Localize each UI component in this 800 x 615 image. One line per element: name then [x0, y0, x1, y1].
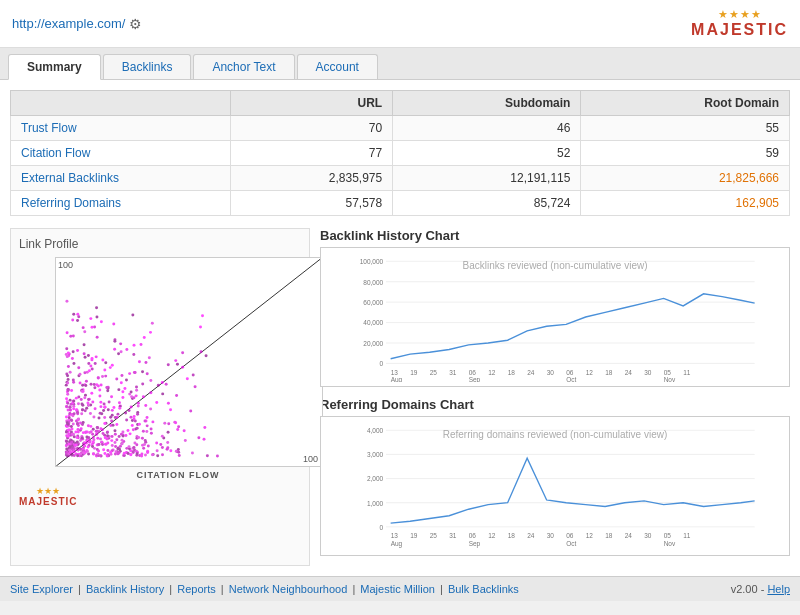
svg-point-151: [120, 350, 123, 353]
referring-chart-box: Referring domains reviewed (non-cumulati…: [320, 416, 790, 556]
tab-summary[interactable]: Summary: [8, 54, 101, 80]
svg-point-577: [83, 441, 86, 444]
svg-point-598: [119, 342, 122, 345]
svg-point-549: [116, 447, 119, 450]
svg-point-405: [175, 394, 178, 397]
svg-point-477: [104, 405, 107, 408]
svg-point-289: [101, 443, 104, 446]
svg-point-114: [136, 413, 139, 416]
svg-point-321: [78, 373, 81, 376]
svg-point-515: [67, 432, 70, 435]
tab-backlinks[interactable]: Backlinks: [103, 54, 192, 79]
scatter-svg: [56, 258, 322, 466]
svg-point-501: [128, 372, 131, 375]
backlink-chart-title: Backlink History Chart: [320, 228, 790, 243]
svg-point-431: [92, 428, 95, 431]
footer-sep-4: |: [352, 583, 358, 595]
svg-text:0: 0: [380, 524, 384, 531]
svg-point-538: [76, 428, 79, 431]
svg-point-367: [137, 404, 140, 407]
tab-account[interactable]: Account: [297, 54, 378, 79]
svg-point-333: [102, 409, 105, 412]
svg-point-393: [70, 419, 73, 422]
svg-point-510: [83, 330, 86, 333]
svg-text:20,000: 20,000: [363, 340, 383, 347]
svg-point-38: [65, 440, 68, 443]
footer-link-network[interactable]: Network Neighbourhood: [229, 583, 348, 595]
footer-link-million[interactable]: Majestic Million: [360, 583, 435, 595]
footer-link-reports[interactable]: Reports: [177, 583, 216, 595]
svg-point-402: [86, 450, 89, 453]
svg-point-238: [102, 448, 105, 451]
footer-link-site-explorer[interactable]: Site Explorer: [10, 583, 73, 595]
svg-text:25: 25: [430, 532, 438, 539]
svg-point-581: [65, 451, 68, 454]
svg-point-83: [121, 396, 124, 399]
svg-point-171: [110, 419, 113, 422]
svg-point-507: [123, 452, 126, 455]
footer: Site Explorer | Backlink History | Repor…: [0, 576, 800, 601]
col-header-url: URL: [231, 91, 393, 116]
stat-url-1: 77: [231, 141, 393, 166]
svg-point-476: [125, 419, 128, 422]
svg-point-98: [72, 362, 75, 365]
footer-help-link[interactable]: Help: [767, 583, 790, 595]
svg-point-395: [161, 392, 164, 395]
svg-point-162: [91, 326, 94, 329]
stat-root-3: 162,905: [581, 191, 790, 216]
svg-text:31: 31: [449, 532, 457, 539]
svg-point-69: [103, 402, 106, 405]
svg-point-548: [133, 415, 136, 418]
svg-point-505: [98, 443, 101, 446]
svg-text:1,000: 1,000: [367, 500, 384, 507]
svg-point-330: [167, 402, 170, 405]
svg-point-143: [104, 375, 107, 378]
svg-point-373: [149, 379, 152, 382]
svg-point-575: [127, 452, 130, 455]
svg-point-96: [205, 354, 208, 357]
svg-text:Aug: Aug: [391, 376, 403, 382]
gear-icon[interactable]: ⚙: [129, 16, 142, 32]
svg-point-503: [73, 450, 76, 453]
svg-point-194: [76, 313, 79, 316]
tab-bar: Summary Backlinks Anchor Text Account: [0, 48, 800, 80]
svg-point-374: [81, 384, 84, 387]
svg-point-586: [113, 340, 116, 343]
svg-point-497: [184, 439, 187, 442]
svg-point-546: [77, 396, 80, 399]
svg-point-464: [146, 372, 149, 375]
referring-chart-title: Referring Domains Chart: [320, 397, 790, 412]
svg-point-149: [106, 389, 109, 392]
svg-point-153: [112, 406, 115, 409]
svg-point-424: [73, 412, 76, 415]
svg-point-554: [71, 446, 74, 449]
col-header-subdomain: Subdomain: [393, 91, 581, 116]
stat-subdomain-0: 46: [393, 116, 581, 141]
svg-point-527: [130, 416, 133, 419]
svg-point-28: [85, 380, 88, 383]
stat-subdomain-3: 85,724: [393, 191, 581, 216]
svg-point-420: [67, 428, 70, 431]
svg-point-594: [106, 434, 109, 437]
footer-link-bulk[interactable]: Bulk Backlinks: [448, 583, 519, 595]
svg-point-42: [146, 416, 149, 419]
site-url[interactable]: http://example.com/ ⚙: [12, 16, 142, 32]
svg-text:13: 13: [391, 532, 399, 539]
svg-point-576: [186, 377, 189, 380]
svg-point-26: [65, 347, 68, 350]
footer-links: Site Explorer | Backlink History | Repor…: [10, 583, 519, 595]
tab-anchor-text[interactable]: Anchor Text: [193, 54, 294, 79]
charts-panel: Backlink History Chart Backlinks reviewe…: [320, 228, 790, 566]
svg-text:30: 30: [547, 532, 555, 539]
svg-point-63: [96, 437, 99, 440]
footer-link-backlink-history[interactable]: Backlink History: [86, 583, 164, 595]
stat-url-3: 57,578: [231, 191, 393, 216]
svg-point-600: [87, 398, 90, 401]
svg-point-413: [98, 388, 101, 391]
svg-point-494: [129, 453, 132, 456]
svg-point-490: [75, 443, 78, 446]
svg-point-191: [99, 401, 102, 404]
svg-point-573: [87, 452, 90, 455]
svg-point-486: [91, 433, 94, 436]
svg-text:06: 06: [566, 532, 574, 539]
